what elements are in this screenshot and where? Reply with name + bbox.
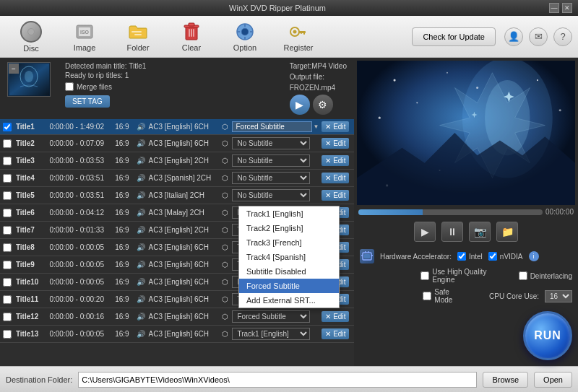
svg-point-32 [476, 87, 478, 89]
option-button[interactable]: Option [220, 19, 270, 55]
subtitle-select[interactable]: Forced Subtitle [232, 121, 311, 132]
run-button-container: RUN [357, 308, 575, 363]
play-icon-button[interactable]: ▶ [290, 95, 310, 115]
disc-icon [20, 21, 42, 43]
edit-button[interactable]: ✕ Edit [322, 121, 349, 132]
table-row: Title3 0:00:00 - 0:03:53 16:9 🔊 AC3 [Eng… [0, 152, 354, 170]
row-checkbox[interactable] [3, 157, 12, 165]
edit-button[interactable]: ✕ Edit [322, 328, 349, 339]
row-time: 0:00:00 - 0:04:12 [48, 204, 113, 222]
intel-label: Intel [469, 253, 483, 261]
edit-button[interactable]: ✕ Edit [322, 190, 349, 201]
intel-checkbox[interactable] [457, 252, 466, 261]
subtitle-select[interactable]: Forced Subtitle [232, 310, 310, 323]
row-checkbox[interactable] [3, 295, 12, 304]
merge-checkbox[interactable] [65, 82, 74, 91]
clear-button[interactable]: Clear [166, 19, 217, 55]
folder-button[interactable]: Folder [113, 19, 163, 55]
subtitle-dropdown-item[interactable]: Add External SRT... [239, 293, 339, 308]
row-time: 0:00:00 - 0:00:05 [48, 239, 113, 256]
row-title: Title3 [14, 152, 48, 170]
svg-rect-20 [303, 31, 305, 35]
row-checkbox[interactable] [3, 191, 12, 200]
row-checkbox-cell [0, 274, 14, 291]
safe-mode-checkbox[interactable] [423, 292, 431, 300]
row-checkbox[interactable] [3, 174, 12, 183]
row-edit-cell: ✕ Edit [320, 135, 354, 152]
nvidia-checkbox[interactable] [488, 252, 497, 261]
row-audio-icon: 🔊 [134, 119, 147, 135]
play-button[interactable]: ▶ [414, 222, 436, 242]
row-audio: AC3 [English] 6CH [147, 326, 220, 343]
subtitle-dropdown-item[interactable]: Track1 [English] [239, 206, 339, 221]
edit-button[interactable]: ✕ Edit [322, 155, 349, 166]
table-row: Title2 0:00:00 - 0:07:09 16:9 🔊 AC3 [Eng… [0, 135, 354, 152]
row-checkbox[interactable] [3, 209, 12, 217]
subtitle-select[interactable]: No Subtitle [232, 172, 310, 184]
row-title: Title5 [14, 187, 48, 204]
row-checkbox-cell [0, 135, 14, 152]
subtitle-dropdown-item[interactable]: Track4 [Spanish] [239, 250, 339, 264]
deinterlacing-checkbox[interactable] [519, 271, 527, 280]
row-audio-icon: 🔊 [134, 308, 147, 326]
subtitle-dropdown-item[interactable]: Forced Subtitle [239, 279, 339, 293]
email-icon-button[interactable]: ✉ [529, 27, 548, 46]
svg-point-18 [293, 30, 297, 33]
settings-icon-button[interactable]: ⚙ [313, 95, 333, 115]
open-button[interactable]: Open [534, 372, 572, 388]
run-button[interactable]: RUN [523, 311, 572, 360]
user-icon-button[interactable]: 👤 [504, 27, 523, 46]
minimize-button[interactable]: — [549, 3, 559, 13]
subtitle-dropdown-item[interactable]: Track3 [French] [239, 235, 339, 250]
row-subtitle-icon: ⬡ [220, 135, 230, 152]
subtitle-select[interactable]: No Subtitle [232, 137, 310, 149]
register-button[interactable]: Register [273, 19, 324, 55]
row-subtitle-icon: ⬡ [220, 119, 230, 135]
subtitle-dropdown-popup: Track1 [English]Track2 [English]Track3 [… [238, 206, 340, 308]
minus-button[interactable]: − [9, 64, 19, 74]
set-tag-button[interactable]: SET TAG [65, 95, 110, 108]
deinterlacing-checkbox-row: Deinterlacing [519, 271, 572, 280]
row-checkbox[interactable] [3, 243, 12, 252]
row-edit-cell: ✕ Edit [320, 119, 354, 135]
subtitle-dropdown-item[interactable]: Subtitle Disabled [239, 264, 339, 279]
image-button[interactable]: ISO Image [59, 19, 110, 55]
titles-table-container: Title1 0:00:00 - 1:49:02 16:9 🔊 AC3 [Eng… [0, 119, 354, 366]
row-checkbox[interactable] [3, 261, 12, 269]
row-time: 0:00:00 - 0:00:05 [48, 326, 113, 343]
row-checkbox[interactable] [3, 139, 12, 148]
row-time: 0:00:00 - 0:00:05 [48, 274, 113, 291]
subtitle-dropdown-item[interactable]: Track2 [English] [239, 221, 339, 235]
row-aspect-ratio: 16:9 [113, 152, 134, 170]
edit-button[interactable]: ✕ Edit [322, 173, 349, 183]
info-icon[interactable]: i [529, 251, 539, 261]
help-icon-button[interactable]: ? [553, 27, 572, 46]
subtitle-select[interactable]: No Subtitle [232, 189, 310, 201]
open-folder-button[interactable]: 📁 [496, 222, 518, 242]
pause-button[interactable]: ⏸ [441, 222, 463, 242]
destination-input[interactable] [78, 372, 477, 388]
browse-button[interactable]: Browse [483, 372, 528, 388]
row-checkbox-cell [0, 308, 14, 326]
subtitle-select[interactable]: Track1 [English] [232, 328, 310, 340]
row-checkbox[interactable] [3, 226, 12, 235]
close-button[interactable]: ✕ [562, 3, 572, 13]
row-checkbox[interactable] [3, 330, 12, 339]
subtitle-select[interactable]: No Subtitle [232, 154, 310, 167]
cpu-core-select[interactable]: 168421 [545, 290, 572, 302]
row-checkbox[interactable] [3, 123, 12, 131]
check-update-button[interactable]: Check for Update [412, 27, 496, 46]
row-checkbox[interactable] [3, 278, 12, 287]
high-quality-checkbox[interactable] [420, 271, 429, 280]
row-audio-icon: 🔊 [134, 187, 147, 204]
row-checkbox-cell [0, 119, 14, 135]
screenshot-button[interactable]: 📷 [469, 222, 491, 242]
edit-button[interactable]: ✕ Edit [322, 138, 349, 149]
svg-point-34 [559, 109, 561, 111]
row-audio-icon: 🔊 [134, 152, 147, 170]
edit-button[interactable]: ✕ Edit [322, 311, 349, 322]
progress-bar[interactable] [358, 209, 543, 215]
row-checkbox[interactable] [3, 313, 12, 321]
svg-point-30 [379, 117, 381, 119]
disc-button[interactable]: Disc [6, 19, 56, 55]
